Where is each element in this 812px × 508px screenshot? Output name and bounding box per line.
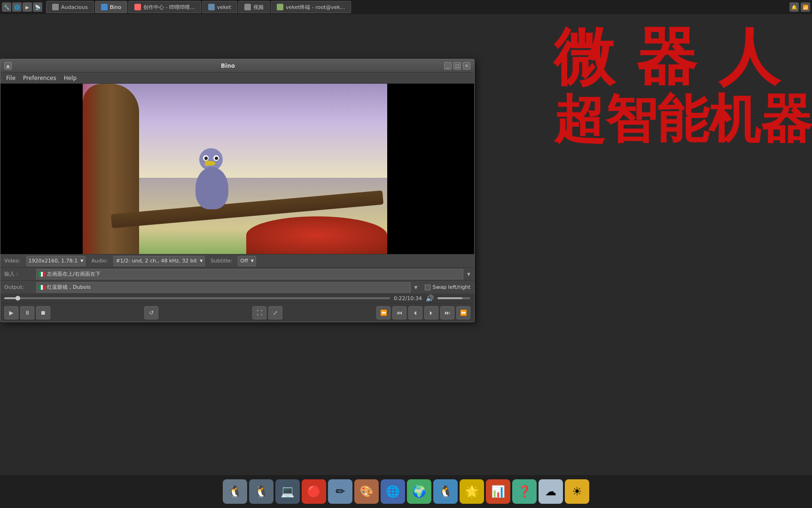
taskbar-right-icon-2[interactable]: 📶 <box>801 2 810 12</box>
tab-chuangzuo-icon <box>134 4 141 10</box>
time-display: 0:22/10:34 <box>394 295 422 302</box>
tab-veket[interactable]: veket <box>202 1 237 13</box>
output-value[interactable]: 红蓝眼镜，Dubois <box>36 282 411 293</box>
dock-icon-1[interactable]: 🐧 <box>223 479 247 504</box>
dock-icon-7[interactable]: 🌐 <box>381 479 405 504</box>
tab-bino[interactable]: Bino <box>95 1 127 13</box>
taskbar-right-icon-1[interactable]: 🔔 <box>789 2 799 12</box>
dock-icon-13[interactable]: ☁️ <box>539 479 563 504</box>
dock-icon-11[interactable]: 📊 <box>486 479 510 504</box>
taskbar-bottom: 🐧 🐧 💻 🔴 ✏️ 🎨 🌐 🌍 🐧 🌟 📊 ❓ ☁️ ☀️ <box>0 475 812 508</box>
bush-background <box>246 216 387 254</box>
sys-icon-2[interactable]: 🌐 <box>12 2 22 12</box>
dock-icon-6[interactable]: 🎨 <box>354 479 379 504</box>
bird-eye-right <box>213 155 219 161</box>
controls-row: ▶ ⏸ ⏹ ↺ ⛶ ⤢ ⏪ ⏮ ⏴ ⏵ ⏭ ⏩ <box>0 303 474 322</box>
bird <box>191 148 233 209</box>
zoom-button[interactable]: ⤢ <box>268 306 282 319</box>
video-dropdown[interactable]: 1920x2160, 1.78:1 ▼ <box>26 256 86 266</box>
dock-icon-3[interactable]: 💻 <box>275 479 300 504</box>
video-area <box>0 84 474 254</box>
output-dropdown-arrow: ▼ <box>414 285 418 290</box>
dock-icon-9[interactable]: 🐧 <box>433 479 458 504</box>
tab-terminal[interactable]: veket终端 - root@vek... <box>271 1 351 13</box>
tab-terminal-icon <box>277 4 283 10</box>
volume-icon[interactable]: 🔊 <box>426 294 434 302</box>
swap-checkbox[interactable] <box>425 285 430 290</box>
audio-label: Audio: <box>91 258 108 264</box>
dock-icon-2[interactable]: 🐧 <box>249 479 273 504</box>
menu-bar: File Preferences Help <box>0 72 474 84</box>
taskbar-top: 🔧 🌐 ▶ 📡 Audacious Bino 创作中心 - 哔哩哔哩... ve… <box>0 0 812 14</box>
tab-video[interactable]: 视频 <box>238 1 270 13</box>
menu-file[interactable]: File <box>2 74 19 82</box>
seek-handle[interactable] <box>16 296 20 301</box>
video-left-letterbox <box>0 84 83 254</box>
tab-chuangzuo[interactable]: 创作中心 - 哔哩哔哩... <box>128 1 201 13</box>
sys-icon-1[interactable]: 🔧 <box>2 2 11 12</box>
input-dropdown-arrow: ▼ <box>467 272 470 277</box>
dock-icon-14[interactable]: ☀️ <box>565 479 589 504</box>
menu-preferences[interactable]: Preferences <box>19 74 60 82</box>
media-info-bar: Video: 1920x2160, 1.78:1 ▼ Audio: #1/2: … <box>0 254 474 267</box>
audio-dropdown[interactable]: #1/2: und, 2 ch., 48 kHz, 32 bit ▼ <box>113 256 205 266</box>
anaglyph-fringe-left <box>83 84 102 254</box>
swap-label-text: Swap left/right <box>432 284 470 290</box>
fullscreen-button[interactable]: ⛶ <box>252 306 266 319</box>
output-bar: Output: 红蓝眼镜，Dubois ▼ Swap left/right <box>0 280 474 294</box>
bird-eye-left <box>203 155 209 161</box>
window-controls: _ □ ✕ <box>444 62 470 70</box>
subtitle-dropdown-arrow: ▼ <box>251 259 254 263</box>
pause-button[interactable]: ⏸ <box>20 306 34 319</box>
input-bar: 输入： 左画面在上/右画面在下 ▼ <box>0 267 474 280</box>
sys-icon-4[interactable]: 📡 <box>33 2 42 12</box>
prev-frame-button[interactable]: ⏴ <box>408 306 422 319</box>
menu-help[interactable]: Help <box>60 74 80 82</box>
subtitle-dropdown[interactable]: Off ▼ <box>238 256 256 266</box>
rewind-button[interactable]: ⏮ <box>392 306 406 319</box>
video-frame <box>83 84 387 254</box>
input-label: 输入： <box>4 270 32 278</box>
dock-icon-10[interactable]: 🌟 <box>460 479 484 504</box>
video-main[interactable] <box>83 84 387 254</box>
window-shade-button[interactable]: ▲ <box>4 62 12 70</box>
volume-track[interactable] <box>437 297 470 299</box>
dock-icon-4[interactable]: 🔴 <box>302 479 326 504</box>
tab-audacious[interactable]: Audacious <box>46 1 94 13</box>
window-close-button[interactable]: ✕ <box>463 62 470 70</box>
bird-pupil-left <box>204 157 208 160</box>
rewind-fast-button[interactable]: ⏪ <box>376 306 390 319</box>
seek-bar-row: 0:22/10:34 🔊 <box>0 294 474 303</box>
audio-dropdown-arrow: ▼ <box>200 259 203 263</box>
dock-icon-8[interactable]: 🌍 <box>407 479 431 504</box>
tab-bino-icon <box>101 4 108 10</box>
dock-icon-12[interactable]: ❓ <box>512 479 537 504</box>
window-maximize-button[interactable]: □ <box>453 62 461 70</box>
taskbar-tabs: Audacious Bino 创作中心 - 哔哩哔哩... veket 视频 v… <box>46 1 789 13</box>
subtitle-label: Subtitle: <box>211 258 232 264</box>
output-label: Output: <box>4 284 32 290</box>
input-value[interactable]: 左画面在上/右画面在下 <box>36 269 463 279</box>
bino-window: ▲ Bino _ □ ✕ File Preferences Help <box>0 59 475 322</box>
sys-icon-3[interactable]: ▶ <box>23 2 32 12</box>
window-title: Bino <box>12 63 444 69</box>
loop-button[interactable]: ↺ <box>144 306 158 319</box>
bird-pupil-right <box>215 157 218 160</box>
seek-track[interactable] <box>4 297 390 299</box>
stop-button[interactable]: ⏹ <box>36 306 50 319</box>
bird-beak <box>205 160 215 166</box>
bird-torso <box>195 167 228 209</box>
forward-button[interactable]: ⏭ <box>440 306 454 319</box>
video-dropdown-arrow: ▼ <box>80 259 83 263</box>
next-frame-button[interactable]: ⏵ <box>424 306 438 319</box>
swap-label-group: Swap left/right <box>425 284 470 290</box>
window-left-buttons: ▲ <box>4 62 12 70</box>
window-minimize-button[interactable]: _ <box>444 62 452 70</box>
dock-icon-5[interactable]: ✏️ <box>328 479 352 504</box>
tab-video-icon <box>244 4 251 10</box>
forward-fast-button[interactable]: ⏩ <box>456 306 470 319</box>
taskbar-right-icons: 🔔 📶 <box>789 2 810 12</box>
tab-audacious-icon <box>52 4 59 10</box>
play-button[interactable]: ▶ <box>4 306 18 319</box>
video-right-letterbox <box>387 84 474 254</box>
